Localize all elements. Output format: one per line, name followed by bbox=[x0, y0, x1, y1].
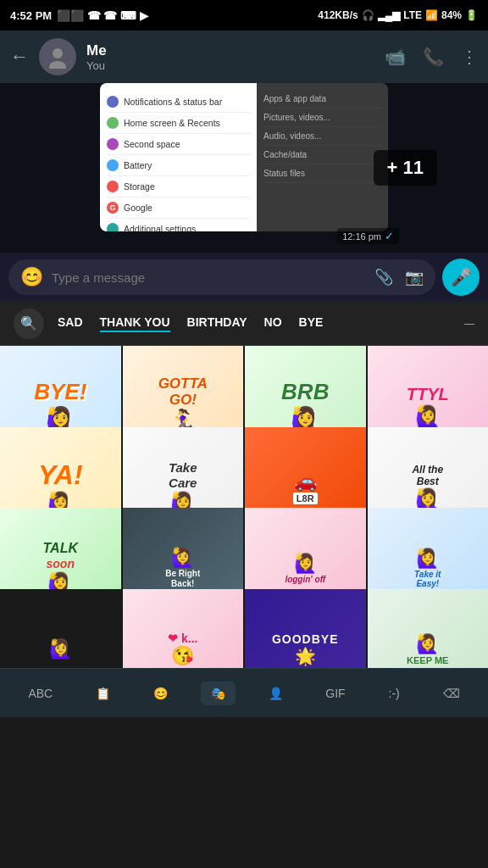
sticker-area: BYE! 🙋‍♀️ GOTTAGO! 🏃‍♀️ BRB 🙋‍♀️ TTYL 🙋‍… bbox=[0, 346, 488, 668]
chat-info: Me You bbox=[86, 42, 374, 72]
status-time: 4:52 PM bbox=[10, 9, 52, 22]
message-tick: ✓ bbox=[385, 230, 394, 242]
dark-panel: Apps & app data Pictures, videos... Audi… bbox=[257, 83, 388, 231]
settings-item: Home screen & Recents bbox=[107, 113, 250, 134]
screenshot-overlay: Notifications & status bar Home screen &… bbox=[100, 83, 388, 231]
settings-panel: Notifications & status bar Home screen &… bbox=[100, 83, 257, 231]
plus-count-badge: + 11 bbox=[374, 150, 437, 186]
battery-icon: 🔋 bbox=[465, 9, 478, 21]
scroll-indicator: — bbox=[464, 318, 474, 330]
mic-button[interactable]: 🎤 bbox=[442, 259, 480, 296]
clipboard-icon: 📋 bbox=[96, 687, 110, 700]
svg-point-0 bbox=[53, 48, 63, 58]
network-speed: 412KB/s bbox=[318, 9, 358, 21]
sticker-search-bar: 🔍 SAD THANK YOU BIRTHDAY NO BYE — bbox=[0, 302, 488, 346]
phone-call-icon[interactable]: 📞 bbox=[423, 47, 444, 67]
toolbar-sticker[interactable]: 🎭 bbox=[201, 682, 236, 705]
signal-icon: ▂▄▆ bbox=[378, 9, 401, 21]
sticker-icon: 🎭 bbox=[211, 687, 225, 700]
settings-item: Additional settings bbox=[107, 219, 250, 231]
toolbar-emoji[interactable]: 😊 bbox=[143, 682, 178, 705]
tag-sad[interactable]: SAD bbox=[58, 315, 83, 332]
emoji-icon: 😊 bbox=[153, 687, 168, 700]
tag-bye[interactable]: BYE bbox=[299, 315, 324, 332]
avatar bbox=[39, 38, 76, 75]
wifi-icon: 📶 bbox=[425, 9, 438, 21]
chat-name: Me bbox=[86, 42, 374, 59]
lte-icon: LTE bbox=[403, 9, 422, 21]
status-left: 4:52 PM ⬛⬛ ☎ ☎ ⌨ ▶ bbox=[10, 9, 148, 22]
message-placeholder: Type a message bbox=[52, 270, 366, 285]
sticker-kiss[interactable]: ❤ k... 😘 bbox=[123, 589, 244, 669]
tag-birthday[interactable]: BIRTHDAY bbox=[187, 315, 247, 332]
abc-label: ABC bbox=[28, 687, 53, 700]
gif-label: GIF bbox=[325, 687, 345, 700]
toolbar-clipboard[interactable]: 📋 bbox=[86, 682, 120, 705]
toolbar-abc[interactable]: ABC bbox=[18, 682, 63, 705]
settings-item: Storage bbox=[107, 176, 250, 198]
video-call-icon[interactable]: 📹 bbox=[385, 47, 406, 67]
tag-no[interactable]: NO bbox=[264, 315, 282, 332]
status-bar: 4:52 PM ⬛⬛ ☎ ☎ ⌨ ▶ 412KB/s 🎧 ▂▄▆ LTE 📶 8… bbox=[0, 0, 488, 31]
sticker-keep-me[interactable]: 🙋‍♀️ KEEP ME bbox=[368, 589, 489, 669]
battery-level: 84% bbox=[441, 9, 462, 21]
camera-icon[interactable]: 📷 bbox=[405, 268, 424, 287]
toolbar-emoticon[interactable]: :-) bbox=[379, 682, 410, 705]
more-options-icon[interactable]: ⋮ bbox=[461, 47, 478, 67]
header-icons: 📹 📞 ⋮ bbox=[385, 47, 478, 67]
toolbar-backspace[interactable]: ⌫ bbox=[433, 682, 470, 705]
tag-thank-you[interactable]: THANK YOU bbox=[100, 315, 170, 332]
message-timestamp: 12:16 pm ✓ bbox=[337, 228, 399, 244]
chat-subtitle: You bbox=[86, 59, 374, 72]
status-icons: ⬛⬛ ☎ ☎ ⌨ ▶ bbox=[57, 9, 147, 22]
settings-item: G Google bbox=[107, 198, 250, 219]
backspace-icon: ⌫ bbox=[443, 687, 460, 700]
status-right: 412KB/s 🎧 ▂▄▆ LTE 📶 84% 🔋 bbox=[318, 9, 478, 21]
settings-item: Battery bbox=[107, 155, 250, 176]
toolbar-bitmoji[interactable]: 👤 bbox=[258, 682, 293, 705]
emoji-button[interactable]: 😊 bbox=[20, 266, 43, 288]
chat-area: Notifications & status bar Home screen &… bbox=[0, 83, 488, 253]
bottom-toolbar: ABC 📋 😊 🎭 👤 GIF :-) ⌫ bbox=[0, 668, 488, 717]
back-button[interactable]: ← bbox=[10, 46, 29, 68]
settings-item: Second space bbox=[107, 134, 250, 155]
toolbar-gif[interactable]: GIF bbox=[315, 682, 355, 705]
emoticon-label: :-) bbox=[389, 687, 400, 700]
sticker-tags: SAD THANK YOU BIRTHDAY NO BYE bbox=[58, 315, 451, 332]
message-input-area: 😊 Type a message 📎 📷 🎤 bbox=[0, 253, 488, 302]
sticker-search-button[interactable]: 🔍 bbox=[14, 309, 44, 339]
attach-icons: 📎 📷 bbox=[374, 268, 424, 287]
chat-header: ← Me You 📹 📞 ⋮ bbox=[0, 31, 488, 83]
settings-item: Notifications & status bar bbox=[107, 92, 250, 113]
sticker-goodbye[interactable]: GOODBYE 🌟 bbox=[245, 589, 366, 669]
sticker-grid: BYE! 🙋‍♀️ GOTTAGO! 🏃‍♀️ BRB 🙋‍♀️ TTYL 🙋‍… bbox=[0, 346, 488, 668]
sticker-dark-1[interactable]: 🙋‍♀️ bbox=[0, 589, 121, 669]
headphone-icon: 🎧 bbox=[362, 9, 374, 21]
message-input-field[interactable]: 😊 Type a message 📎 📷 bbox=[8, 259, 435, 295]
attachment-icon[interactable]: 📎 bbox=[374, 268, 393, 287]
svg-point-1 bbox=[49, 61, 66, 69]
bitmoji-icon: 👤 bbox=[269, 687, 283, 700]
